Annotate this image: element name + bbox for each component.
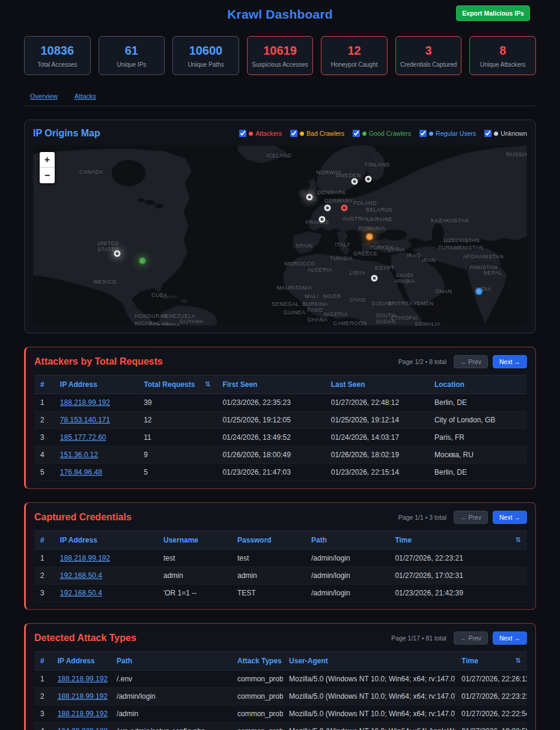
cell-num: 2 <box>34 412 54 429</box>
cell-num: 2 <box>34 688 52 705</box>
column-header-num: # <box>34 531 54 550</box>
map-marker-icon[interactable] <box>324 204 330 211</box>
world-map[interactable]: ICELANDCANADARUSSIANORWAYSWEDENFINLANDUN… <box>33 145 527 326</box>
ip-address-link[interactable]: 78.153.140.171 <box>60 416 110 424</box>
ip-address-link[interactable]: 185.177.72.60 <box>60 433 106 442</box>
column-header-username: Username <box>157 531 231 550</box>
cell-last-seen: 01/23/2026, 22:15:14 <box>325 464 428 481</box>
ip-address-link[interactable]: 192.168.50.4 <box>60 589 102 597</box>
export-malicious-ips-button[interactable]: Export Malicious IPs <box>456 5 530 21</box>
cell-num: 3 <box>34 429 54 446</box>
cell-ip-address: 185.177.72.60 <box>54 429 138 446</box>
stat-label: Unique IPs <box>102 61 162 68</box>
stat-card-unique-attackers: 8Unique Attackers <box>469 36 536 75</box>
ip-address-link[interactable]: 188.218.99.192 <box>58 675 108 683</box>
sort-icon[interactable]: ⇅ <box>516 536 521 544</box>
stat-card-total-accesses: 10836Total Accesses <box>24 36 91 75</box>
cell-num: 1 <box>34 671 52 688</box>
cell-ip-address: 188.218.99.192 <box>54 394 138 412</box>
stat-card-honeypot-caught: 12Honeypot Caught <box>321 36 388 75</box>
legend-item-bad-crawlers[interactable]: Bad Crawlers <box>290 130 344 137</box>
map-marker-icon[interactable] <box>341 204 347 211</box>
cell-path: /wp-admin/setup-config.php <box>111 723 231 730</box>
table-header-row: #IP AddressPathAttack TypesUser-AgentTim… <box>34 652 527 671</box>
next-page-button[interactable]: Next → <box>493 355 527 368</box>
legend-item-good-crawlers[interactable]: Good Crawlers <box>353 130 411 137</box>
map-marker-icon[interactable] <box>306 193 313 200</box>
legend-checkbox-bad-crawlers[interactable] <box>290 130 297 137</box>
map-marker-icon[interactable] <box>114 251 120 257</box>
cell-total-requests: 9 <box>138 446 216 464</box>
map-marker-icon[interactable] <box>371 275 378 281</box>
ip-address-link[interactable]: 104.23.223.128 <box>58 727 108 730</box>
legend-checkbox-good-crawlers[interactable] <box>353 130 360 137</box>
tab-bar: OverviewAttacks <box>24 92 536 106</box>
attack-types-panel-head: Detected Attack Types Page 1/17 • 81 tot… <box>34 631 527 645</box>
column-header-path: Path <box>305 531 389 550</box>
prev-page-button[interactable]: ← Prev <box>454 511 488 524</box>
cell-location: Berlin, DE <box>428 394 527 412</box>
zoom-in-button[interactable]: + <box>40 152 55 168</box>
column-header-first-seen: First Seen <box>216 376 324 394</box>
map-marker-icon[interactable] <box>475 288 483 296</box>
cell-ip-address: 188.218.99.192 <box>54 550 157 567</box>
map-marker-icon[interactable] <box>318 216 325 223</box>
column-header-num: # <box>34 376 54 394</box>
cell-path: /admin <box>111 705 231 723</box>
legend-item-attackers[interactable]: Attackers <box>239 130 282 137</box>
attack-types-table: #IP AddressPathAttack TypesUser-AgentTim… <box>34 651 527 730</box>
prev-page-button[interactable]: ← Prev <box>454 355 488 368</box>
table-row: 2188.218.99.192/admin/logincommon_probes… <box>34 688 527 705</box>
next-page-button[interactable]: Next → <box>493 511 527 524</box>
cell-location: City of London, GB <box>428 412 527 429</box>
map-marker-icon[interactable] <box>139 257 147 265</box>
ip-origins-map-panel: IP Origins Map AttackersBad CrawlersGood… <box>24 120 536 333</box>
legend-dot-icon <box>362 132 367 136</box>
column-header-time[interactable]: Time⇅ <box>389 531 527 550</box>
map-marker-icon[interactable] <box>365 175 372 182</box>
column-header-time[interactable]: Time⇅ <box>455 652 527 671</box>
table-header-row: #IP AddressUsernamePasswordPathTime⇅ <box>34 531 527 550</box>
legend-checkbox-regular-users[interactable] <box>419 130 427 137</box>
legend-checkbox-unknown[interactable] <box>484 130 492 137</box>
column-header-total-requests[interactable]: Total Requests⇅ <box>138 376 216 394</box>
legend-item-regular-users[interactable]: Regular Users <box>419 130 476 137</box>
legend-checkbox-attackers[interactable] <box>239 130 246 137</box>
cell-path: /admin/login <box>305 585 389 602</box>
ip-address-link[interactable]: 192.168.50.4 <box>60 571 102 580</box>
cell-ip-address: 151.36.0.12 <box>54 446 138 464</box>
ip-address-link[interactable]: 188.218.99.192 <box>60 398 110 407</box>
prev-page-button[interactable]: ← Prev <box>454 631 488 645</box>
page-info: Page 1/2 • 8 total <box>398 358 446 365</box>
zoom-out-button[interactable]: − <box>40 168 55 183</box>
cell-time: 01/27/2026, 17:02:31 <box>389 567 527 585</box>
stat-value: 10600 <box>175 44 236 58</box>
tab-overview[interactable]: Overview <box>30 93 58 100</box>
cell-path: /admin/login <box>305 567 389 585</box>
cell-attack-types: common_probes <box>231 688 283 705</box>
table-row: 3188.218.99.192/admincommon_probesMozill… <box>34 705 527 723</box>
cell-ip-address: 104.23.223.128 <box>52 723 111 730</box>
cell-num: 3 <box>34 705 52 723</box>
ip-address-link[interactable]: 188.218.99.192 <box>58 692 108 701</box>
attackers-pager: Page 1/2 • 8 total ← Prev Next → <box>398 355 527 368</box>
ip-address-link[interactable]: 188.218.99.192 <box>58 710 108 718</box>
ip-address-link[interactable]: 188.218.99.192 <box>60 554 110 562</box>
legend-dot-icon <box>429 132 433 136</box>
legend-item-unknown[interactable]: Unknown <box>484 130 527 137</box>
ip-address-link[interactable]: 151.36.0.12 <box>60 451 98 459</box>
stats-row: 10836Total Accesses61Unique IPs10600Uniq… <box>24 36 536 75</box>
sort-icon[interactable]: ⇅ <box>516 657 521 665</box>
cell-last-seen: 01/27/2026, 22:48:12 <box>325 394 428 412</box>
sort-icon[interactable]: ⇅ <box>205 380 210 388</box>
ip-address-link[interactable]: 176.84.96.48 <box>60 468 102 476</box>
tab-attacks[interactable]: Attacks <box>75 93 96 100</box>
table-row: 1188.218.99.192/.envcommon_probesMozilla… <box>34 671 527 688</box>
cell-location: Berlin, DE <box>428 464 527 481</box>
cell-total-requests: 5 <box>138 464 216 481</box>
next-page-button[interactable]: Next → <box>493 631 527 645</box>
stat-value: 10619 <box>250 44 311 58</box>
map-marker-icon[interactable] <box>365 233 373 240</box>
credentials-panel-head: Captured Credentials Page 1/1 • 3 total … <box>34 511 527 524</box>
map-marker-icon[interactable] <box>352 178 358 185</box>
